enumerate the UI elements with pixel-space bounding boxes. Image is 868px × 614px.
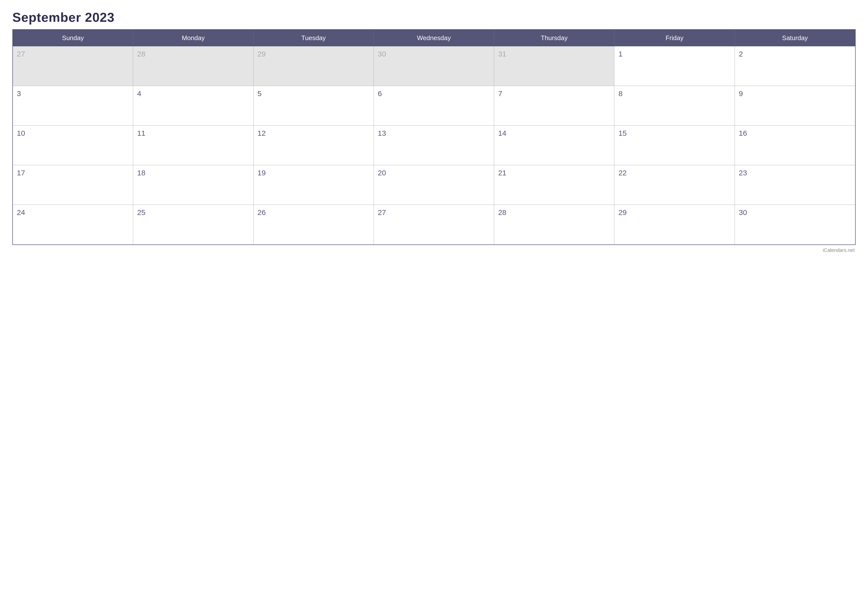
calendar-cell-12[interactable]: 12 [254,126,374,165]
date-number: 27 [378,208,386,216]
calendar-cell-8[interactable]: 8 [614,86,735,126]
day-header-monday: Monday [133,30,253,46]
date-number: 26 [257,208,266,216]
calendar-cell-2[interactable]: 2 [735,46,855,86]
calendar-cell-4[interactable]: 4 [133,86,253,126]
calendar-cell-29-prev[interactable]: 29 [254,46,374,86]
day-header-sunday: Sunday [13,30,133,46]
calendar-cell-27-prev[interactable]: 27 [13,46,133,86]
date-number: 3 [17,89,21,98]
date-number: 6 [378,89,382,98]
calendar-cell-23[interactable]: 23 [735,165,855,205]
date-number: 21 [498,169,506,177]
date-number: 18 [137,169,145,177]
date-number: 22 [618,169,626,177]
calendar-cell-16[interactable]: 16 [735,126,855,165]
day-header-tuesday: Tuesday [254,30,374,46]
date-number: 7 [498,89,502,98]
calendar-cell-9[interactable]: 9 [735,86,855,126]
calendar-header: SundayMondayTuesdayWednesdayThursdayFrid… [13,30,855,46]
day-header-wednesday: Wednesday [374,30,494,46]
date-number: 12 [257,129,266,137]
date-number: 20 [378,169,386,177]
calendar-cell-30-prev[interactable]: 30 [374,46,494,86]
date-number: 24 [17,208,25,216]
date-number: 31 [498,50,506,58]
footer-credit: iCalendars.net [12,247,856,253]
date-number: 25 [137,208,145,216]
date-number: 4 [137,89,141,98]
date-number: 30 [378,50,386,58]
date-number: 27 [17,50,25,58]
calendar-cell-22[interactable]: 22 [614,165,735,205]
calendar-cell-15[interactable]: 15 [614,126,735,165]
date-number: 5 [257,89,262,98]
date-number: 19 [257,169,266,177]
calendar-cell-18[interactable]: 18 [133,165,253,205]
calendar-cell-14[interactable]: 14 [494,126,614,165]
date-number: 13 [378,129,386,137]
calendar-cell-5[interactable]: 5 [254,86,374,126]
date-number: 2 [739,50,743,58]
date-number: 9 [739,89,743,98]
calendar-cell-26[interactable]: 26 [254,205,374,244]
calendar-cell-3[interactable]: 3 [13,86,133,126]
day-header-saturday: Saturday [735,30,855,46]
calendar-cell-19[interactable]: 19 [254,165,374,205]
calendar-cell-7[interactable]: 7 [494,86,614,126]
calendar-cell-6[interactable]: 6 [374,86,494,126]
calendar-cell-28[interactable]: 28 [494,205,614,244]
date-number: 1 [618,50,623,58]
calendar-cell-25[interactable]: 25 [133,205,253,244]
calendar-cell-29[interactable]: 29 [614,205,735,244]
day-header-friday: Friday [614,30,735,46]
calendar-cell-28-prev[interactable]: 28 [133,46,253,86]
calendar-cell-21[interactable]: 21 [494,165,614,205]
date-number: 29 [618,208,626,216]
calendar-body: 2728293031123456789101112131415161718192… [13,46,855,244]
date-number: 28 [498,208,506,216]
date-number: 30 [739,208,747,216]
calendar-cell-10[interactable]: 10 [13,126,133,165]
calendar-cell-17[interactable]: 17 [13,165,133,205]
date-number: 23 [739,169,747,177]
date-number: 11 [137,129,145,137]
calendar-cell-11[interactable]: 11 [133,126,253,165]
calendar-cell-24[interactable]: 24 [13,205,133,244]
calendar: SundayMondayTuesdayWednesdayThursdayFrid… [12,29,856,245]
calendar-cell-1[interactable]: 1 [614,46,735,86]
calendar-cell-30[interactable]: 30 [735,205,855,244]
calendar-cell-20[interactable]: 20 [374,165,494,205]
date-number: 15 [618,129,626,137]
date-number: 16 [739,129,747,137]
date-number: 29 [257,50,266,58]
calendar-cell-31-prev[interactable]: 31 [494,46,614,86]
calendar-cell-13[interactable]: 13 [374,126,494,165]
date-number: 28 [137,50,145,58]
date-number: 17 [17,169,25,177]
day-header-thursday: Thursday [494,30,614,46]
date-number: 10 [17,129,25,137]
date-number: 8 [618,89,623,98]
calendar-cell-27[interactable]: 27 [374,205,494,244]
calendar-title: September 2023 [12,10,856,25]
date-number: 14 [498,129,506,137]
